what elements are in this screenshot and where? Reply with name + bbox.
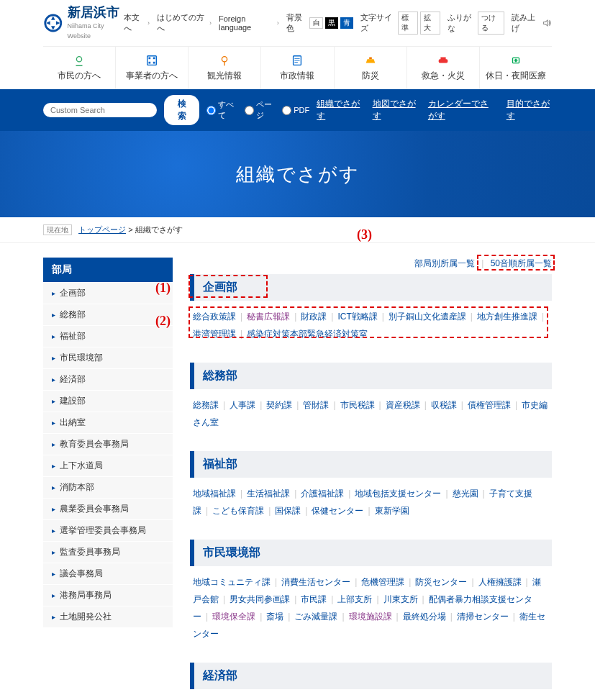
division-link[interactable]: 危機管理課 [361, 577, 404, 587]
read-aloud-link[interactable]: 読み上げ [512, 12, 540, 34]
division-link[interactable]: 管財課 [303, 400, 329, 410]
sidebar-item[interactable]: 議会事務局 [43, 563, 173, 584]
sidebar-item[interactable]: 出納室 [43, 412, 173, 433]
division-link[interactable]: 地域福祉課 [193, 488, 236, 499]
radio-all[interactable]: すべて [206, 99, 235, 121]
bg-white-button[interactable]: 白 [309, 17, 322, 29]
sidebar-item[interactable]: 選挙管理委員会事務局 [43, 519, 173, 541]
division-link[interactable]: 資産税課 [386, 400, 420, 410]
skip-link[interactable]: 本文へ [124, 12, 145, 34]
svg-rect-2 [149, 58, 151, 60]
sidebar-item[interactable]: 市民環境部 [43, 347, 173, 368]
division-link[interactable]: 川東支所 [383, 594, 418, 604]
nav-item[interactable]: 市民の方へ [43, 47, 116, 89]
svg-rect-5 [153, 62, 155, 64]
tab-by-dept[interactable]: 部局別所属一覧 [414, 258, 475, 268]
search-quick-link[interactable]: 地図でさがす [373, 98, 418, 122]
sidebar-item[interactable]: 港務局事務局 [43, 584, 173, 606]
svg-rect-3 [153, 58, 155, 60]
svg-rect-8 [369, 58, 372, 60]
division-link[interactable]: こども保育課 [212, 506, 264, 516]
division-link[interactable]: ごみ減量課 [294, 612, 337, 622]
sidebar-item[interactable]: 教育委員会事務局 [43, 433, 173, 455]
nav-item[interactable]: 観光情報 [189, 47, 261, 89]
division-link[interactable]: 消費生活センター [281, 577, 350, 587]
dept-links: 地域コミュニティ課|消費生活センター|危機管理課|防災センター|人権擁護課|瀬戸… [190, 566, 552, 650]
bg-blue-button[interactable]: 青 [340, 17, 353, 29]
dept-block: 福祉部地域福祉課|生活福祉課|介護福祉課|地域包括支援センター|慈光園|子育て支… [190, 451, 552, 527]
sidebar-item[interactable]: 福祉部 [43, 325, 173, 347]
search-button[interactable]: 検索 [164, 95, 199, 125]
nav-icon [73, 54, 86, 67]
search-input[interactable] [43, 103, 157, 117]
svg-point-6 [222, 57, 227, 62]
nav-item[interactable]: 防災 [335, 47, 407, 89]
sidebar-item[interactable]: 総務部 [43, 304, 173, 325]
breadcrumb-label: 現在地 [43, 224, 72, 235]
search-scope-radios: すべて ページ PDF [206, 99, 309, 121]
search-quick-links: 組織でさがす地図でさがすカレンダーでさがす目的でさがす [317, 98, 552, 122]
sidebar-item[interactable]: 上下水道局 [43, 455, 173, 476]
nav-icon [364, 54, 377, 67]
division-link[interactable]: 上部支所 [337, 594, 372, 604]
division-link[interactable]: 最終処分場 [403, 612, 446, 622]
division-link[interactable]: 契約課 [266, 400, 292, 410]
division-link[interactable]: 人事課 [230, 400, 255, 410]
division-link[interactable]: 環境保全課 [212, 612, 255, 622]
site-logo[interactable]: 新居浜市 Niihama City Website [43, 6, 124, 40]
dept-block: 市民環境部地域コミュニティ課|消費生活センター|危機管理課|防災センター|人権擁… [190, 540, 552, 650]
nav-icon [437, 54, 450, 67]
sidebar-item[interactable]: 消防本部 [43, 476, 173, 498]
sidebar-item[interactable]: 企画部 [43, 282, 173, 304]
sidebar-list: 企画部総務部福祉部市民環境部経済部建設部出納室教育委員会事務局上下水道局消防本部… [43, 282, 173, 627]
division-link[interactable]: 市民課 [301, 594, 327, 604]
division-link[interactable]: 斎場 [266, 612, 283, 622]
division-link[interactable]: 市民税課 [340, 400, 375, 410]
font-big-button[interactable]: 拡大 [420, 12, 440, 35]
division-link[interactable]: 総務課 [193, 400, 219, 410]
division-link[interactable]: 生活福祉課 [247, 488, 290, 499]
nav-item[interactable]: 事業者の方へ [116, 47, 189, 89]
nav-icon [509, 54, 522, 67]
division-link[interactable]: 介護福祉課 [301, 488, 344, 499]
division-link[interactable]: 地域包括支援センター [355, 488, 441, 499]
search-quick-link[interactable]: 組織でさがす [317, 98, 362, 122]
division-link[interactable]: 収税課 [431, 400, 457, 410]
bg-color-label: 背景色 [286, 12, 308, 34]
global-nav: 市民の方へ事業者の方へ観光情報市政情報防災救急・火災休日・夜間医療 [43, 46, 552, 89]
division-link[interactable]: 防災センター [415, 577, 467, 587]
furigana-on-button[interactable]: つける [478, 12, 504, 35]
radio-pdf[interactable]: PDF [282, 106, 309, 115]
nav-item[interactable]: 救急・火災 [407, 47, 480, 89]
speaker-icon [542, 18, 552, 28]
sidebar-item[interactable]: 建設部 [43, 390, 173, 412]
radio-page[interactable]: ページ [245, 99, 273, 121]
division-link[interactable]: 地域コミュニティ課 [193, 577, 271, 587]
breadcrumb-home[interactable]: トップページ [78, 225, 126, 234]
search-quick-link[interactable]: 目的でさがす [507, 98, 552, 122]
division-link[interactable]: 慈光園 [453, 488, 478, 499]
sidebar-item[interactable]: 土地開発公社 [43, 606, 173, 627]
dept-heading: 総務部 [190, 363, 552, 389]
bg-black-button[interactable]: 黒 [325, 17, 338, 29]
dept-links: 地域福祉課|生活福祉課|介護福祉課|地域包括支援センター|慈光園|子育て支援課|… [190, 478, 552, 527]
division-link[interactable]: 清掃センター [457, 612, 509, 622]
division-link[interactable]: 東新学園 [375, 506, 409, 516]
sidebar-item[interactable]: 監査委員事務局 [43, 541, 173, 563]
first-time-link[interactable]: はじめての方へ [157, 12, 207, 34]
division-link[interactable]: 環境施設課 [349, 612, 392, 622]
division-link[interactable]: 国保課 [275, 506, 301, 516]
font-std-button[interactable]: 標準 [398, 12, 418, 35]
division-link[interactable]: 人権擁護課 [478, 577, 522, 587]
annotation-2: (2) [155, 314, 171, 329]
nav-item[interactable]: 休日・夜間医療 [480, 47, 552, 89]
division-link[interactable]: 保健センター [312, 506, 363, 516]
sidebar-item[interactable]: 経済部 [43, 368, 173, 390]
sidebar-item[interactable]: 農業委員会事務局 [43, 498, 173, 519]
breadcrumb-sep: > [128, 225, 132, 234]
nav-item[interactable]: 市政情報 [261, 47, 334, 89]
division-link[interactable]: 男女共同参画課 [230, 594, 290, 604]
division-link[interactable]: 債権管理課 [468, 400, 511, 410]
language-link[interactable]: Foreign language [219, 14, 275, 32]
search-quick-link[interactable]: カレンダーでさがす [428, 98, 496, 122]
